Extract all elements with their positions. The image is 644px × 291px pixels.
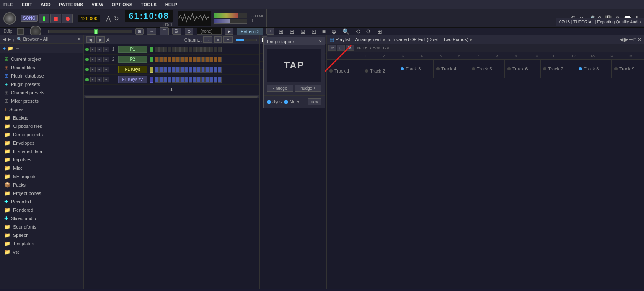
menu-patterns[interactable]: PATTERNS — [57, 1, 85, 8]
cr-pad-2-0[interactable] — [155, 57, 159, 62]
cr-solo2-fl-keys[interactable]: ● — [103, 67, 109, 72]
pl-close-btn[interactable]: ✕ — [637, 36, 641, 42]
pl-select-btn[interactable]: ⬚ — [337, 45, 345, 51]
record-button[interactable]: ⏺ — [62, 14, 73, 23]
sidebar-item-envelopes[interactable]: 📁 Envelopes — [0, 139, 83, 147]
cr-pad-fk-2[interactable] — [163, 67, 167, 73]
cr-solo2-1[interactable]: ● — [103, 47, 109, 52]
pattern-selector[interactable]: Pattern 3 — [237, 28, 263, 35]
mixer-icon8[interactable]: ⟲ — [354, 27, 362, 36]
cr-pad-fk2-7[interactable] — [184, 77, 188, 83]
cr-menu-btn[interactable]: ▼ — [223, 36, 233, 43]
cr-pad-fk2-15[interactable] — [218, 77, 222, 83]
cr-pad-fk-11[interactable] — [201, 67, 205, 73]
pause-button[interactable]: ⏸ — [39, 14, 49, 23]
pl-right-btn[interactable]: ▶ — [624, 36, 628, 42]
cr-back-btn[interactable]: ◀ — [86, 36, 95, 43]
cr-pad-fk2-11[interactable] — [201, 77, 205, 83]
cr-name-fl-keys2[interactable]: FL Keys #2 — [118, 76, 147, 83]
cr-pad-fk-3[interactable] — [168, 67, 171, 73]
sidebar-folder-btn[interactable]: 📁 — [8, 46, 13, 51]
sidebar-add-btn[interactable]: + — [3, 45, 6, 52]
cr-add-channel-btn[interactable]: + — [84, 85, 259, 95]
cr-pad-2-5[interactable] — [176, 57, 180, 62]
cr-pad-2-14[interactable] — [214, 57, 217, 62]
tt-now-btn[interactable]: now — [308, 98, 321, 105]
cr-pad-fk-14[interactable] — [214, 67, 217, 73]
sidebar-arrow-btn[interactable]: → — [15, 46, 20, 51]
pl-draw-btn[interactable]: ✏ — [328, 45, 336, 51]
cr-active-2[interactable] — [85, 58, 89, 61]
cr-pad-1-1[interactable] — [159, 47, 163, 52]
cr-signal-btn[interactable]: ↑↓ — [203, 36, 212, 43]
cr-pad-1-5[interactable] — [176, 47, 180, 52]
song-mode-label[interactable]: SONG — [21, 15, 38, 22]
sidebar-item-plugin-database[interactable]: ⊞ Plugin database — [0, 72, 83, 80]
sidebar-item-soundfonts[interactable]: 📁 Soundfonts — [0, 223, 83, 231]
cr-pad-1-8[interactable] — [189, 47, 192, 52]
cr-pad-1-13[interactable] — [209, 47, 213, 52]
cr-pad-fk-1[interactable] — [159, 67, 163, 73]
menu-options[interactable]: OPTIONS — [110, 1, 134, 8]
cr-solo-1[interactable]: ● — [97, 47, 102, 52]
cr-solo-2[interactable]: ● — [97, 57, 102, 62]
cr-mute-fl-keys2[interactable]: ● — [90, 77, 96, 82]
grid-btn[interactable]: ⊞ — [135, 28, 144, 35]
cr-pad-1-2[interactable] — [163, 47, 167, 52]
cr-pad-fk2-0[interactable] — [155, 77, 159, 83]
cr-pad-1-15[interactable] — [218, 47, 222, 52]
pl-maximize-btn[interactable]: □ — [634, 36, 636, 42]
sidebar-item-misc[interactable]: 📁 Misc — [0, 164, 83, 172]
cr-active-fl-keys2[interactable] — [85, 78, 89, 81]
menu-view[interactable]: VIEW — [90, 1, 105, 8]
cr-mute-1[interactable]: ● — [90, 47, 96, 52]
cr-pad-1-7[interactable] — [184, 47, 188, 52]
sidebar-item-il-shared-data[interactable]: 📁 IL shared data — [0, 147, 83, 156]
menu-add[interactable]: ADD — [39, 1, 52, 8]
cr-active-fl-keys[interactable] — [85, 68, 89, 71]
cr-pad-fk-10[interactable] — [197, 67, 201, 73]
cr-pad-fk-9[interactable] — [193, 67, 197, 73]
cr-pad-fk-4[interactable] — [172, 67, 176, 73]
mixer-icon3[interactable]: ⊠ — [299, 27, 307, 36]
menu-help[interactable]: HELP — [163, 1, 179, 8]
cr-bars-btn[interactable]: ≡ — [214, 36, 222, 43]
tempo-slider[interactable] — [48, 30, 132, 33]
cr-pad-fk2-1[interactable] — [159, 77, 163, 83]
cr-pad-fk2-5[interactable] — [176, 77, 180, 83]
menu-tools[interactable]: TOOLS — [139, 1, 158, 8]
mixer-icon4[interactable]: ⊡ — [310, 27, 318, 36]
cr-pad-2-2[interactable] — [163, 57, 167, 62]
cr-scrollbar[interactable] — [84, 95, 259, 98]
cr-pad-2-3[interactable] — [168, 57, 171, 62]
sidebar-item-vst[interactable]: 📁 vst — [0, 248, 83, 256]
cr-pad-fk2-13[interactable] — [209, 77, 213, 83]
cr-pad-fk-12[interactable] — [205, 67, 209, 73]
cr-pad-1-4[interactable] — [172, 47, 176, 52]
cr-pad-2-1[interactable] — [159, 57, 163, 62]
sidebar-item-demo-projects[interactable]: 📁 Demo projects — [0, 130, 83, 139]
cr-pad-fk2-14[interactable] — [214, 77, 217, 83]
cr-pad-fk2-8[interactable] — [189, 77, 192, 83]
pl-minimize-btn[interactable]: ─ — [629, 36, 633, 42]
sidebar-item-sliced-audio[interactable]: ✚ Sliced audio — [0, 214, 83, 223]
arrow-btn[interactable]: → — [147, 28, 156, 35]
cr-pad-fk-15[interactable] — [218, 67, 222, 73]
curve-btn[interactable]: ⌒ — [160, 27, 169, 36]
cr-active-1[interactable] — [85, 48, 89, 51]
cr-pad-fk-6[interactable] — [180, 67, 184, 73]
cr-pad-fk-7[interactable] — [184, 67, 188, 73]
cr-pad-2-8[interactable] — [189, 57, 192, 62]
sidebar-item-rendered[interactable]: 📁 Rendered — [0, 206, 83, 214]
mixer-icon9[interactable]: ⟳ — [365, 27, 372, 36]
sidebar-item-mixer-presets[interactable]: ⊞ Mixer presets — [0, 97, 83, 105]
sidebar-item-recorded[interactable]: ✚ Recorded — [0, 197, 83, 206]
metro-icon[interactable]: ⋀ — [105, 14, 112, 23]
cr-pad-2-11[interactable] — [201, 57, 205, 62]
sidebar-item-templates[interactable]: 📁 Templates — [0, 239, 83, 248]
master-pitch[interactable] — [214, 19, 247, 24]
sidebar-item-backup[interactable]: 📁 Backup — [0, 114, 83, 122]
cr-pad-2-6[interactable] — [180, 57, 184, 62]
cr-pad-fk-0[interactable] — [155, 67, 159, 73]
cr-mute-fl-keys[interactable]: ● — [90, 67, 96, 72]
